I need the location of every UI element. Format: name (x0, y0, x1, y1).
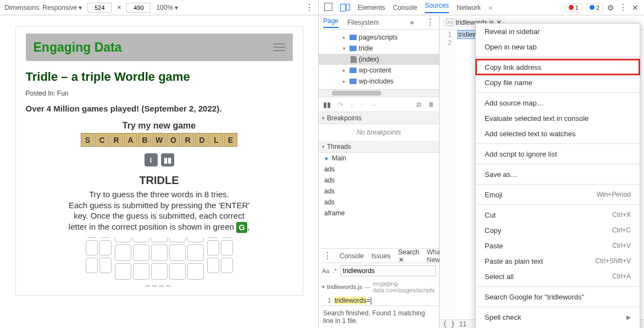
more-tabs-icon[interactable]: » (488, 4, 492, 12)
devtools-menu-icon[interactable]: ⋮ (619, 2, 628, 13)
dimensions-dropdown[interactable]: Dimensions: Responsive ▾ (4, 4, 82, 12)
device-toolbar-menu-icon[interactable]: ⋮ (305, 2, 314, 13)
overlay-line2: Each guess is submitted by pressing the … (64, 200, 254, 233)
resize-handle-icon[interactable]: ════ (26, 282, 293, 290)
context-menu[interactable]: Reveal in sidebarOpen in new tabCopy lin… (475, 23, 640, 328)
cursor-pos: 11 (459, 320, 467, 328)
tree-item-index[interactable]: (index) (319, 54, 439, 65)
tab-network[interactable]: Network (457, 4, 481, 12)
deactivate-bp-icon[interactable]: ⧄ (417, 100, 421, 109)
pause-exc-icon[interactable]: ⏸ (428, 101, 435, 109)
letter-tile: C (95, 133, 109, 147)
width-input[interactable] (87, 3, 112, 13)
threads-header[interactable]: ▾Threads (319, 141, 439, 153)
tab-elements[interactable]: Elements (358, 4, 385, 12)
search-status: Search finished. Found 1 matching line i… (319, 305, 439, 328)
thread-item[interactable]: ads (319, 164, 439, 175)
match-case-icon[interactable]: Aa (322, 268, 329, 274)
context-menu-item[interactable]: Add selected text to watches (476, 126, 640, 141)
hamburger-icon[interactable] (273, 43, 285, 51)
stats-icon[interactable]: ▮▮ (161, 153, 174, 166)
try-new-game: Try my new game (26, 121, 293, 131)
thread-main[interactable]: ➤Main (319, 153, 439, 164)
close-devtools-icon[interactable]: ✕ (632, 3, 639, 12)
inspect-icon[interactable] (324, 3, 332, 13)
step-icon[interactable]: → (370, 101, 377, 109)
error-badge[interactable]: 1 (565, 3, 582, 12)
folder-icon (349, 68, 357, 73)
step-out-icon[interactable]: ↑ (360, 101, 364, 109)
device-viewport-pane: Engaging Data Tridle – a triple Wordle g… (0, 15, 319, 328)
message-badge[interactable]: 2 (586, 3, 603, 12)
settings-icon[interactable]: ⚙ (607, 3, 614, 12)
device-mode-icon[interactable] (340, 4, 350, 12)
more-src-tabs-icon[interactable]: » (410, 19, 414, 26)
tab-page[interactable]: Page (323, 17, 338, 28)
context-menu-item[interactable]: PasteCtrl+V (476, 238, 640, 253)
tab-filesystem[interactable]: Filesystem (347, 19, 379, 26)
height-input[interactable] (126, 3, 151, 13)
src-menu-icon[interactable]: ⋮ (426, 17, 435, 27)
game-area: TRIDLE Try to guess the three words in 8… (26, 170, 293, 280)
pretty-print-icon[interactable]: { } (443, 320, 455, 328)
tree-scrollbar[interactable] (319, 89, 439, 97)
context-menu-item[interactable]: Search Google for "tridlewords" (476, 289, 640, 304)
overlay-line1: Try to guess the three words in 8 tries. (64, 189, 254, 200)
top-bar: Dimensions: Responsive ▾ × 100% ▾ ⋮ Elem… (0, 0, 644, 15)
context-menu-item[interactable]: Writing Direction▶ (476, 325, 640, 328)
zoom-dropdown[interactable]: 100% ▾ (156, 4, 178, 12)
page-title: Tridle – a triple Wordle game (26, 70, 293, 84)
thread-item[interactable]: ads (319, 197, 439, 208)
info-icon[interactable]: i (145, 153, 158, 166)
regex-icon[interactable]: .* (332, 268, 336, 274)
tab-sources[interactable]: Sources (425, 2, 449, 13)
letter-tile: O (166, 133, 180, 147)
thread-item[interactable]: aframe (319, 208, 439, 219)
letter-tile: R (109, 133, 123, 147)
file-tree[interactable]: ▸pages/scripts ▾tridle (index) ▸wp-conte… (319, 30, 439, 89)
search-bar: Aa .* (319, 263, 439, 278)
letter-tile: S (81, 133, 95, 147)
search-input[interactable] (340, 265, 436, 276)
context-menu-item[interactable]: Open in new tab (476, 39, 640, 54)
pause-icon[interactable]: ▮▮ (323, 101, 331, 109)
thread-item[interactable]: ads (319, 175, 439, 186)
context-menu-item[interactable]: Paste as plain textCtrl+Shift+V (476, 253, 640, 269)
letter-tile: E (224, 133, 237, 147)
tab-console[interactable]: Console (393, 4, 417, 12)
context-menu-item[interactable]: CopyCtrl+C (476, 223, 640, 238)
thread-item[interactable]: ads (319, 186, 439, 197)
context-menu-item[interactable]: Add source map… (476, 95, 640, 110)
context-menu-item[interactable]: Add script to ignore list (476, 146, 640, 162)
search-result-file[interactable]: ▾ tridlewords.js — engaging-data.com/pag… (319, 278, 439, 296)
letter-tile: L (209, 133, 223, 147)
letter-tile: D (195, 133, 209, 147)
drawer-menu-icon[interactable]: ⋮ (323, 251, 332, 261)
device-toolbar: Dimensions: Responsive ▾ × 100% ▾ ⋮ (0, 0, 319, 15)
step-over-icon[interactable]: ↷ (337, 101, 343, 109)
tab-drawer-console[interactable]: Console (340, 252, 364, 260)
context-menu-item[interactable]: Save as… (476, 166, 640, 182)
page-viewport[interactable]: Engaging Data Tridle – a triple Wordle g… (15, 26, 303, 296)
context-menu-item[interactable]: CutCtrl+X (476, 207, 640, 223)
tab-drawer-issues[interactable]: Issues (371, 252, 391, 260)
context-menu-item[interactable]: Evaluate selected text in console (476, 110, 640, 126)
folder-icon (349, 35, 357, 40)
tab-drawer-search[interactable]: Search ✕ (398, 248, 419, 264)
search-result-line[interactable]: 1tridlewords=[ (319, 296, 439, 305)
letter-tile: R (181, 133, 195, 147)
breakpoints-header[interactable]: ▾Breakpoints (319, 112, 439, 124)
context-menu-item[interactable]: Reveal in sidebar (476, 24, 640, 39)
step-into-icon[interactable]: ↓ (350, 101, 354, 109)
context-menu-item[interactable]: Copy link address (476, 59, 640, 75)
context-menu-item[interactable]: EmojiWin+Period (476, 187, 640, 202)
context-menu-item[interactable]: Copy file name (476, 75, 640, 90)
context-menu-item[interactable]: Spell check▶ (476, 309, 640, 325)
site-title[interactable]: Engaging Data (34, 40, 122, 55)
scrabwordle-tiles[interactable]: SCRABWORDLE (26, 133, 293, 147)
js-file-icon: JS (446, 19, 453, 26)
posted-in: Posted In: Fun (26, 90, 293, 97)
letter-tile: W (152, 133, 166, 147)
drawer-tabs: ⋮ Console Issues Search ✕ What's New (319, 248, 439, 263)
context-menu-item[interactable]: Select allCtrl+A (476, 269, 640, 284)
